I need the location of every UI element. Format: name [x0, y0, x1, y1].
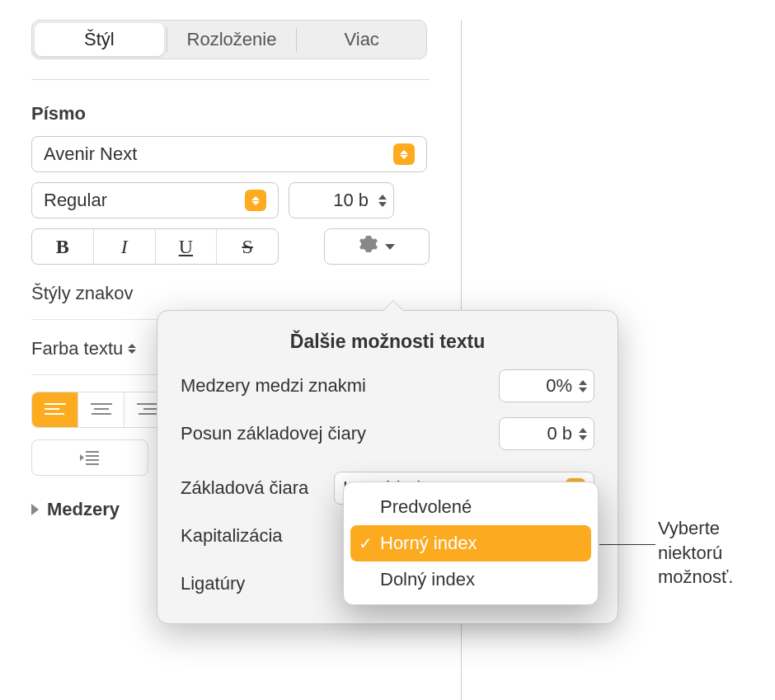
svg-rect-0 [45, 403, 66, 405]
gear-icon [359, 234, 378, 259]
baseline-shift-value: 0 b [547, 423, 572, 444]
callout-line: Vyberte [658, 516, 733, 541]
character-spacing-label: Medzery medzi znakmi [181, 375, 366, 397]
callout-annotation: Vyberte niektorú možnosť. [658, 516, 733, 590]
align-center-icon [91, 402, 112, 418]
font-heading: Písmo [31, 103, 430, 124]
character-styles-label[interactable]: Štýly znakov [31, 283, 430, 304]
svg-rect-9 [86, 451, 99, 453]
stepper-arrows-icon [378, 195, 387, 207]
menu-item-label: Dolný index [380, 569, 475, 590]
font-weight-popup[interactable]: Regular [31, 182, 279, 218]
inspector-tabs: Štýl Rozloženie Viac [31, 20, 427, 59]
svg-rect-12 [86, 463, 99, 465]
text-color-text: Farba textu [31, 338, 123, 359]
popup-chevron-icon [128, 344, 136, 354]
tab-more[interactable]: Viac [297, 21, 426, 59]
outdent-icon [79, 449, 101, 466]
svg-rect-2 [45, 413, 64, 415]
svg-rect-1 [45, 408, 59, 410]
callout-leader-line [599, 544, 655, 545]
align-left-icon [45, 402, 66, 418]
callout-line: možnosť. [658, 565, 733, 590]
menu-item-label: Horný index [380, 533, 477, 554]
menu-item-superscript[interactable]: ✓ Horný index [350, 525, 591, 561]
stepper-arrows-icon [579, 380, 587, 392]
spacing-label: Medzery [47, 499, 120, 520]
svg-rect-4 [94, 408, 109, 410]
svg-rect-10 [86, 455, 99, 457]
svg-rect-11 [86, 459, 99, 461]
font-family-popup[interactable]: Avenir Next [31, 136, 427, 172]
svg-marker-13 [80, 454, 84, 461]
svg-rect-6 [137, 403, 158, 405]
align-left-button[interactable] [32, 392, 78, 427]
chevron-down-icon [385, 244, 395, 250]
menu-item-default[interactable]: Predvolené [350, 489, 591, 525]
disclosure-triangle-icon [31, 504, 39, 515]
popup-chevron-icon [245, 190, 266, 211]
popover-title: Ďalšie možnosti textu [181, 331, 594, 353]
align-right-icon [137, 402, 158, 418]
font-size-stepper[interactable]: 10 b [289, 182, 394, 218]
advanced-text-options-button[interactable] [324, 228, 430, 265]
font-family-value: Avenir Next [44, 143, 137, 165]
underline-button[interactable]: U [156, 229, 218, 264]
text-style-group: B I U S [31, 228, 279, 265]
align-center-button[interactable] [78, 392, 124, 427]
tab-layout[interactable]: Rozloženie [167, 21, 297, 59]
tab-style[interactable]: Štýl [35, 23, 164, 56]
italic-button[interactable]: I [94, 229, 156, 264]
baseline-shift-stepper[interactable]: 0 b [499, 417, 594, 450]
stepper-arrows-icon [579, 428, 587, 440]
callout-line: niektorú [658, 541, 733, 566]
font-size-value: 10 b [289, 190, 370, 211]
ligatures-label: Ligatúry [181, 573, 245, 594]
strikethrough-button[interactable]: S [217, 229, 278, 264]
baseline-shift-label: Posun základovej čiary [181, 423, 366, 444]
decrease-indent-button[interactable] [32, 440, 148, 475]
menu-item-subscript[interactable]: Dolný index [350, 561, 591, 598]
character-styles-text: Štýly znakov [31, 283, 134, 304]
svg-rect-3 [91, 403, 112, 405]
indent-group [31, 439, 148, 476]
menu-item-label: Predvolené [380, 496, 472, 518]
divider [31, 79, 430, 80]
baseline-dropdown-menu: Predvolené ✓ Horný index Dolný index [343, 482, 599, 605]
checkmark-icon: ✓ [359, 533, 373, 553]
character-spacing-stepper[interactable]: 0% [499, 369, 594, 402]
alignment-group [31, 392, 171, 428]
svg-rect-8 [139, 413, 158, 415]
bold-button[interactable]: B [32, 229, 94, 264]
character-spacing-value: 0% [546, 375, 572, 397]
svg-rect-5 [92, 413, 111, 415]
baseline-label: Základová čiara [181, 477, 308, 499]
font-weight-value: Regular [44, 190, 107, 211]
popup-chevron-icon [393, 143, 415, 165]
capitalization-label: Kapitalizácia [181, 525, 283, 547]
